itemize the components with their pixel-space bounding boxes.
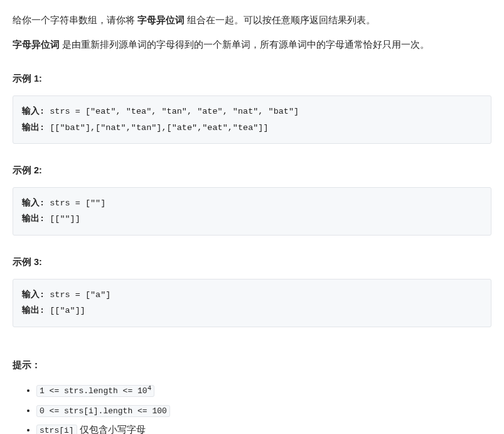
intro-bold-1: 字母异位词 xyxy=(137,15,185,25)
intro-bold-2: 字母异位词 xyxy=(13,40,60,50)
hint-item-2: 0 <= strs[i].length <= 100 xyxy=(36,402,491,420)
input-label: 输入: xyxy=(22,107,50,116)
hints-list: 1 <= strs.length <= 104 0 <= strs[i].len… xyxy=(13,382,491,434)
intro-paragraph-1: 给你一个字符串数组，请你将 字母异位词 组合在一起。可以按任意顺序返回结果列表。 xyxy=(13,13,491,28)
intro-text-2: 组合在一起。可以按任意顺序返回结果列表。 xyxy=(185,15,375,25)
output-value: [["a"]] xyxy=(50,306,85,315)
output-value: [[""]] xyxy=(50,214,80,224)
input-label: 输入: xyxy=(22,198,50,208)
output-label: 输出: xyxy=(22,123,50,133)
input-value: strs = [""] xyxy=(50,198,105,208)
output-label: 输出: xyxy=(22,214,50,224)
example-2-code: 输入: strs = [""] 输出: [[""]] xyxy=(13,187,491,236)
hint-item-3: strs[i] 仅包含小写字母 xyxy=(36,421,491,434)
hint-code-3: strs[i] xyxy=(36,425,77,434)
input-value: strs = ["a"] xyxy=(50,290,110,300)
example-2-title: 示例 2: xyxy=(13,163,491,178)
example-1-title: 示例 1: xyxy=(13,71,491,87)
output-value: [["bat"],["nat","tan"],["ate","eat","tea… xyxy=(50,123,268,133)
input-label: 输入: xyxy=(22,290,50,300)
example-3-title: 示例 3: xyxy=(13,254,491,270)
example-1-code: 输入: strs = ["eat", "tea", "tan", "ate", … xyxy=(13,95,491,144)
hint-code-1: 1 <= strs.length <= 104 xyxy=(36,385,154,397)
intro-text-1: 给你一个字符串数组，请你将 xyxy=(13,15,137,25)
example-3-code: 输入: strs = ["a"] 输出: [["a"]] xyxy=(13,279,491,327)
hints-title: 提示： xyxy=(13,357,491,373)
intro-paragraph-2: 字母异位词 是由重新排列源单词的字母得到的一个新单词，所有源单词中的字母通常恰好… xyxy=(13,37,491,53)
output-label: 输出: xyxy=(22,306,50,315)
intro-text-3: 是由重新排列源单词的字母得到的一个新单词，所有源单词中的字母通常恰好只用一次。 xyxy=(60,40,429,50)
hint-item-1: 1 <= strs.length <= 104 xyxy=(36,382,491,399)
hint-code-2: 0 <= strs[i].length <= 100 xyxy=(36,405,170,417)
input-value: strs = ["eat", "tea", "tan", "ate", "nat… xyxy=(50,107,299,116)
